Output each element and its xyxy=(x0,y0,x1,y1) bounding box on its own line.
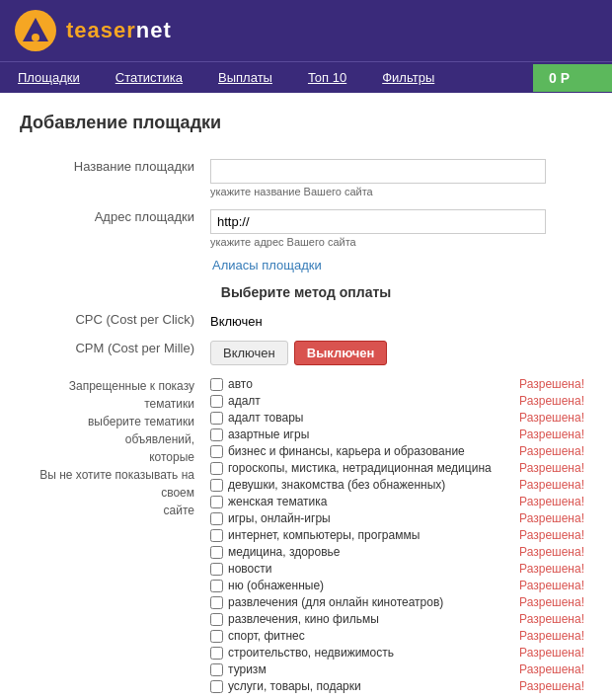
theme-row: игры, онлайн-игры Разрешена! xyxy=(210,511,584,525)
balance-currency: Р xyxy=(561,70,570,86)
logo-text: teasernet xyxy=(66,18,172,43)
theme-label-1[interactable]: адалт xyxy=(210,394,261,408)
theme-checkbox-0[interactable] xyxy=(210,378,223,391)
theme-checkbox-1[interactable] xyxy=(210,395,223,408)
site-address-input[interactable] xyxy=(210,209,546,234)
balance-display: 0 Р xyxy=(533,64,612,92)
theme-label-4[interactable]: бизнес и финансы, карьера и образование xyxy=(210,444,465,458)
theme-allowed-4: Разрешена! xyxy=(519,444,584,458)
site-name-input-cell: укажите название Вашего сайта xyxy=(202,153,592,203)
cpm-row: CPM (Cost per Mille) Включен Выключен xyxy=(20,335,592,371)
theme-allowed-2: Разрешена! xyxy=(519,411,584,425)
theme-checkbox-7[interactable] xyxy=(210,496,223,508)
theme-label-5[interactable]: гороскопы, мистика, нетрадиционная медиц… xyxy=(210,461,492,475)
theme-allowed-16: Разрешена! xyxy=(519,646,584,660)
theme-name-14: развлечения, кино фильмы xyxy=(228,612,379,626)
site-address-input-cell: укажите адрес Вашего сайта xyxy=(202,203,592,254)
nav-bar: Площадки Статистика Выплаты Топ 10 Фильт… xyxy=(0,61,612,93)
theme-label-7[interactable]: женская тематика xyxy=(210,495,327,508)
theme-checkbox-5[interactable] xyxy=(210,462,223,475)
theme-checkbox-3[interactable] xyxy=(210,428,223,441)
site-address-row: Адрес площадки укажите адрес Вашего сайт… xyxy=(20,203,592,254)
theme-checkbox-8[interactable] xyxy=(210,512,223,525)
theme-row: ню (обнаженные) Разрешена! xyxy=(210,579,584,592)
theme-row: авто Разрешена! xyxy=(210,377,584,391)
nav-item-топ10[interactable]: Топ 10 xyxy=(290,62,364,93)
aliases-link[interactable]: Алиасы площадки xyxy=(212,258,322,272)
theme-name-0: авто xyxy=(228,377,253,391)
theme-checkbox-4[interactable] xyxy=(210,445,223,458)
theme-label-18[interactable]: услуги, товары, подарки xyxy=(210,679,361,693)
cpm-on-button[interactable]: Включен xyxy=(210,341,288,365)
theme-name-15: спорт, фитнес xyxy=(228,629,305,643)
page-title: Добавление площадки xyxy=(20,113,592,133)
theme-checkbox-12[interactable] xyxy=(210,580,223,592)
theme-allowed-13: Разрешена! xyxy=(519,595,584,609)
theme-label-12[interactable]: ню (обнаженные) xyxy=(210,579,324,592)
theme-label-8[interactable]: игры, онлайн-игры xyxy=(210,511,331,525)
theme-checkbox-2[interactable] xyxy=(210,412,223,425)
cpm-toggle: Включен Выключен xyxy=(210,341,584,365)
theme-name-12: ню (обнаженные) xyxy=(228,579,324,592)
theme-checkbox-18[interactable] xyxy=(210,680,223,693)
theme-name-18: услуги, товары, подарки xyxy=(228,679,361,693)
theme-checkbox-13[interactable] xyxy=(210,596,223,609)
site-name-label: Название площадки xyxy=(20,153,202,203)
theme-label-3[interactable]: азартные игры xyxy=(210,428,309,441)
theme-row: развлечения (для онлайн кинотеатров) Раз… xyxy=(210,595,584,609)
theme-checkbox-16[interactable] xyxy=(210,647,223,660)
cpm-label: CPM (Cost per Mille) xyxy=(20,335,202,371)
theme-name-3: азартные игры xyxy=(228,428,309,441)
theme-checkbox-11[interactable] xyxy=(210,563,223,576)
theme-allowed-9: Разрешена! xyxy=(519,528,584,542)
theme-allowed-7: Разрешена! xyxy=(519,495,584,508)
site-name-input[interactable] xyxy=(210,159,546,184)
theme-name-10: медицина, здоровье xyxy=(228,545,340,559)
logo-icon xyxy=(15,10,56,51)
theme-allowed-3: Разрешена! xyxy=(519,428,584,441)
theme-checkbox-14[interactable] xyxy=(210,613,223,626)
nav-item-фильтры[interactable]: Фильтры xyxy=(364,62,452,93)
theme-checkbox-6[interactable] xyxy=(210,479,223,492)
theme-label-9[interactable]: интернет, компьютеры, программы xyxy=(210,528,420,542)
theme-label-15[interactable]: спорт, фитнес xyxy=(210,629,305,643)
theme-allowed-5: Разрешена! xyxy=(519,461,584,475)
themes-list-cell: авто Разрешена! адалт Разрешена! адалт т… xyxy=(202,371,592,700)
theme-label-17[interactable]: туризм xyxy=(210,662,267,676)
theme-name-7: женская тематика xyxy=(228,495,327,508)
theme-checkbox-15[interactable] xyxy=(210,630,223,643)
theme-allowed-18: Разрешена! xyxy=(519,679,584,693)
theme-name-13: развлечения (для онлайн кинотеатров) xyxy=(228,595,443,609)
theme-checkbox-10[interactable] xyxy=(210,546,223,559)
theme-allowed-11: Разрешена! xyxy=(519,562,584,576)
logo-brand: teaser xyxy=(66,18,136,42)
theme-row: девушки, знакомства (без обнаженных) Раз… xyxy=(210,478,584,492)
theme-label-2[interactable]: адалт товары xyxy=(210,411,303,425)
theme-allowed-14: Разрешена! xyxy=(519,612,584,626)
nav-item-площадки[interactable]: Площадки xyxy=(0,62,98,93)
theme-name-9: интернет, компьютеры, программы xyxy=(228,528,420,542)
theme-row: услуги, товары, подарки Разрешена! xyxy=(210,679,584,693)
theme-label-10[interactable]: медицина, здоровье xyxy=(210,545,340,559)
theme-row: туризм Разрешена! xyxy=(210,662,584,676)
theme-row: медицина, здоровье Разрешена! xyxy=(210,545,584,559)
main-content: Добавление площадки Название площадки ук… xyxy=(0,93,612,700)
theme-allowed-10: Разрешена! xyxy=(519,545,584,559)
theme-checkbox-9[interactable] xyxy=(210,529,223,542)
cpm-off-button[interactable]: Выключен xyxy=(294,341,388,365)
theme-label-13[interactable]: развлечения (для онлайн кинотеатров) xyxy=(210,595,443,609)
cpc-status: Включен xyxy=(202,306,592,335)
site-name-row: Название площадки укажите название Вашег… xyxy=(20,153,592,203)
theme-label-6[interactable]: девушки, знакомства (без обнаженных) xyxy=(210,478,445,492)
theme-label-11[interactable]: новости xyxy=(210,562,271,576)
theme-label-0[interactable]: авто xyxy=(210,377,253,391)
nav-item-выплаты[interactable]: Выплаты xyxy=(200,62,290,93)
theme-row: бизнес и финансы, карьера и образование … xyxy=(210,444,584,458)
theme-label-16[interactable]: строительство, недвижимость xyxy=(210,646,394,660)
theme-label-14[interactable]: развлечения, кино фильмы xyxy=(210,612,379,626)
theme-name-8: игры, онлайн-игры xyxy=(228,511,331,525)
nav-item-статистика[interactable]: Статистика xyxy=(98,62,200,93)
theme-name-16: строительство, недвижимость xyxy=(228,646,394,660)
themes-list: авто Разрешена! адалт Разрешена! адалт т… xyxy=(210,377,584,693)
theme-checkbox-17[interactable] xyxy=(210,663,223,676)
